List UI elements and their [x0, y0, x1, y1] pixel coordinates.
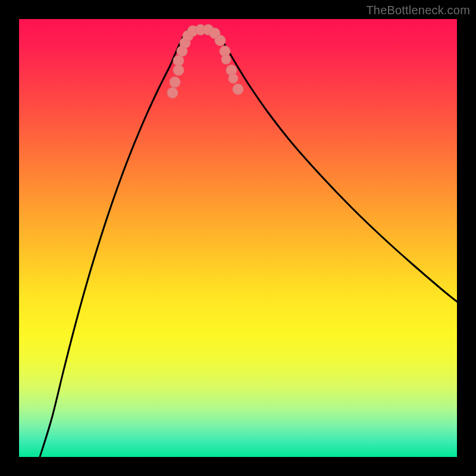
chart-svg [19, 19, 457, 457]
right-curve [215, 31, 457, 302]
dot [173, 65, 184, 76]
dot [170, 77, 180, 87]
dot [167, 87, 178, 98]
curve-group [40, 29, 457, 457]
dot [215, 35, 226, 46]
watermark-text: TheBottleneck.com [366, 4, 470, 17]
left-curve [40, 31, 187, 457]
dot [173, 55, 184, 66]
dot [221, 55, 231, 64]
plot-area [19, 19, 457, 457]
dot [228, 74, 238, 83]
chart-frame: TheBottleneck.com [0, 0, 476, 476]
highlight-dots [167, 24, 243, 98]
dot [233, 84, 243, 95]
